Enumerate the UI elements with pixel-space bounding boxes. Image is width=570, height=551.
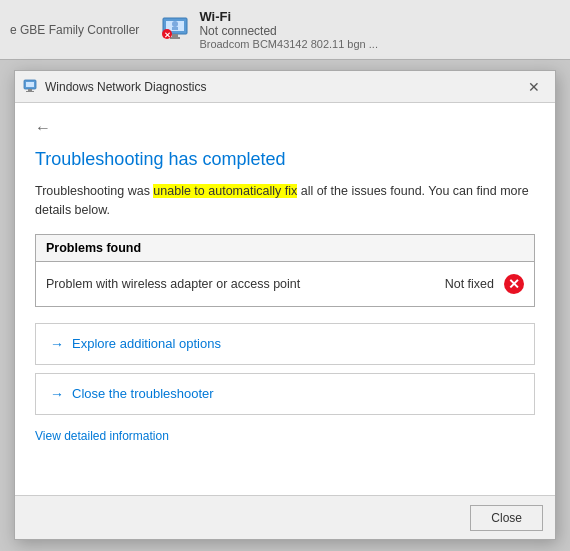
svg-rect-5 xyxy=(170,37,180,39)
computer-icon: ✕ xyxy=(159,14,191,46)
svg-rect-3 xyxy=(172,27,178,30)
explore-options-label: Explore additional options xyxy=(72,336,221,351)
dialog-titlebar: Windows Network Diagnostics ✕ xyxy=(15,71,555,103)
explore-options-link[interactable]: → Explore additional options xyxy=(35,323,535,365)
wifi-status-label: Not connected xyxy=(199,24,378,38)
back-arrow-icon: ← xyxy=(35,119,51,137)
desc-pre: Troubleshooting was xyxy=(35,184,153,198)
view-detail-link[interactable]: View detailed information xyxy=(35,429,535,443)
close-troubleshooter-label: Close the troubleshooter xyxy=(72,386,214,401)
taskbar-area: e GBE Family Controller ✕ Wi-Fi Not conn… xyxy=(0,0,570,60)
svg-rect-4 xyxy=(172,34,178,37)
svg-text:✕: ✕ xyxy=(164,31,171,40)
dialog-title-text: Windows Network Diagnostics xyxy=(45,80,521,94)
problem-status: Not fixed xyxy=(445,277,494,291)
description-text: Troubleshooting was unable to automatica… xyxy=(35,182,535,220)
svg-rect-9 xyxy=(26,82,34,87)
dialog-content: ← Troubleshooting has completed Troubles… xyxy=(15,103,555,495)
problem-row: Problem with wireless adapter or access … xyxy=(36,262,534,306)
dialog-footer: Close xyxy=(15,495,555,539)
network-diagnostics-dialog: Windows Network Diagnostics ✕ ← Troubles… xyxy=(14,70,556,540)
problem-label: Problem with wireless adapter or access … xyxy=(46,277,445,291)
wifi-detail-label: Broadcom BCM43142 802.11 bgn ... xyxy=(199,38,378,50)
section-title: Troubleshooting has completed xyxy=(35,149,535,170)
svg-rect-10 xyxy=(28,89,32,91)
svg-point-2 xyxy=(172,21,178,27)
dialog-title-icon xyxy=(23,79,39,95)
problems-box: Problems found Problem with wireless ada… xyxy=(35,234,535,307)
footer-close-button[interactable]: Close xyxy=(470,505,543,531)
not-fixed-icon: ✕ xyxy=(504,274,524,294)
close-arrow-icon: → xyxy=(50,386,64,402)
explore-arrow-icon: → xyxy=(50,336,64,352)
desc-highlight: unable to automatically fix xyxy=(153,184,297,198)
problems-header: Problems found xyxy=(36,235,534,262)
wifi-notification-item[interactable]: ✕ Wi-Fi Not connected Broadcom BCM43142 … xyxy=(159,9,378,50)
wifi-name-label: Wi-Fi xyxy=(199,9,378,24)
svg-rect-11 xyxy=(26,91,34,92)
wifi-text-block: Wi-Fi Not connected Broadcom BCM43142 80… xyxy=(199,9,378,50)
taskbar-gbe-label: e GBE Family Controller xyxy=(10,23,139,37)
dialog-close-button[interactable]: ✕ xyxy=(521,76,547,98)
back-button[interactable]: ← xyxy=(35,119,535,137)
close-troubleshooter-link[interactable]: → Close the troubleshooter xyxy=(35,373,535,415)
